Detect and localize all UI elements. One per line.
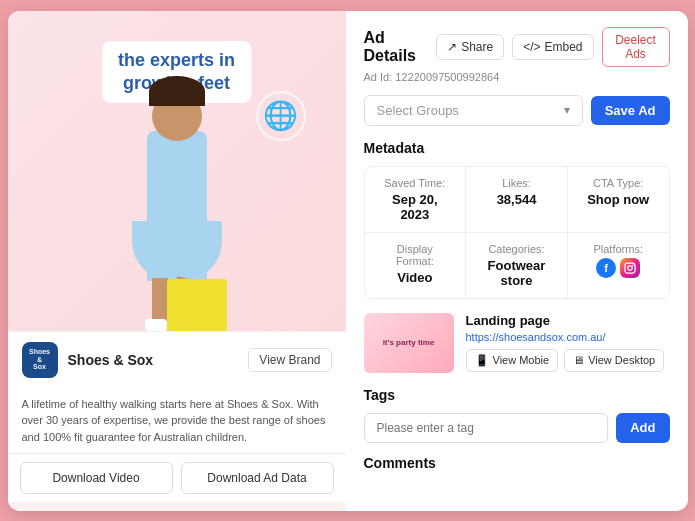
landing-thumbnail: it's party time [364, 313, 454, 373]
instagram-icon [620, 258, 640, 278]
view-brand-button[interactable]: View Brand [248, 348, 331, 372]
metadata-cell-format: Display Format: Video [365, 233, 467, 298]
ad-details-title: Ad Details [364, 29, 437, 65]
tags-section: Tags Add [364, 387, 670, 443]
download-ad-data-button[interactable]: Download Ad Data [181, 462, 334, 494]
brand-description: A lifetime of healthy walking starts her… [8, 388, 346, 454]
child-image [77, 51, 277, 331]
thumbnail-text: it's party time [383, 338, 435, 347]
download-video-button[interactable]: Download Video [20, 462, 173, 494]
metadata-cell-cta: CTA Type: Shop now [568, 167, 669, 232]
landing-info: Landing page https://shoesandsox.com.au/… [466, 313, 670, 372]
metadata-row-1: Saved Time: Sep 20, 2023 Likes: 38,544 C… [365, 167, 669, 233]
child-leg-left [152, 278, 168, 323]
share-button[interactable]: ↗ Share [436, 34, 504, 60]
landing-btns: 📱 View Mobie 🖥 View Desktop [466, 349, 670, 372]
ad-details-header: Ad Details ↗ Share </> Embed Deelect Ads [364, 27, 670, 67]
view-mobile-button[interactable]: 📱 View Mobie [466, 349, 559, 372]
embed-icon: </> [523, 40, 540, 54]
landing-page-title: Landing page [466, 313, 670, 328]
select-groups-row: Select Groups ▾ Save Ad [364, 95, 670, 126]
header-actions: ↗ Share </> Embed Deelect Ads [436, 27, 669, 67]
brand-name: Shoes & Sox [68, 352, 239, 368]
select-groups-dropdown[interactable]: Select Groups ▾ [364, 95, 583, 126]
right-panel: Ad Details ↗ Share </> Embed Deelect Ads… [346, 11, 688, 511]
metadata-title: Metadata [364, 140, 670, 156]
ad-image-area: the experts in growing feet 🌐 [8, 11, 346, 331]
metadata-cell-likes: Likes: 38,544 [466, 167, 568, 232]
embed-button[interactable]: </> Embed [512, 34, 593, 60]
view-desktop-button[interactable]: 🖥 View Desktop [564, 349, 664, 372]
metadata-grid: Saved Time: Sep 20, 2023 Likes: 38,544 C… [364, 166, 670, 299]
main-container: the experts in growing feet 🌐 [8, 11, 688, 511]
yellow-box [167, 279, 227, 331]
metadata-cell-saved-time: Saved Time: Sep 20, 2023 [365, 167, 467, 232]
brand-logo: Shoes&Sox [22, 342, 58, 378]
landing-url[interactable]: https://shoesandsox.com.au/ [466, 331, 670, 343]
bottom-buttons: Download Video Download Ad Data [8, 453, 346, 502]
desktop-icon: 🖥 [573, 354, 584, 366]
save-ad-button[interactable]: Save Ad [591, 96, 670, 125]
brand-bar: Shoes&Sox Shoes & Sox View Brand [8, 331, 346, 388]
left-panel: the experts in growing feet 🌐 [8, 11, 346, 511]
svg-point-1 [628, 265, 633, 270]
deselect-ads-button[interactable]: Deelect Ads [602, 27, 670, 67]
chevron-down-icon: ▾ [564, 103, 570, 117]
metadata-row-2: Display Format: Video Categories: Footwe… [365, 233, 669, 298]
shoe-left [145, 319, 167, 331]
mobile-icon: 📱 [475, 354, 489, 367]
child-skirt [132, 221, 222, 281]
landing-page-section: it's party time Landing page https://sho… [364, 313, 670, 373]
ad-id: Ad Id: 12220097500992864 [364, 71, 670, 83]
metadata-cell-platforms: Platforms: f [568, 233, 669, 298]
tags-title: Tags [364, 387, 670, 403]
comments-title: Comments [364, 455, 670, 471]
svg-rect-0 [625, 263, 635, 273]
facebook-icon: f [596, 258, 616, 278]
svg-point-2 [632, 264, 634, 266]
metadata-cell-categories: Categories: Footwear store [466, 233, 568, 298]
share-icon: ↗ [447, 40, 457, 54]
platform-icons: f [582, 258, 655, 278]
tag-input[interactable] [364, 413, 609, 443]
add-tag-button[interactable]: Add [616, 413, 669, 443]
child-hair [149, 76, 205, 106]
tags-input-row: Add [364, 413, 670, 443]
